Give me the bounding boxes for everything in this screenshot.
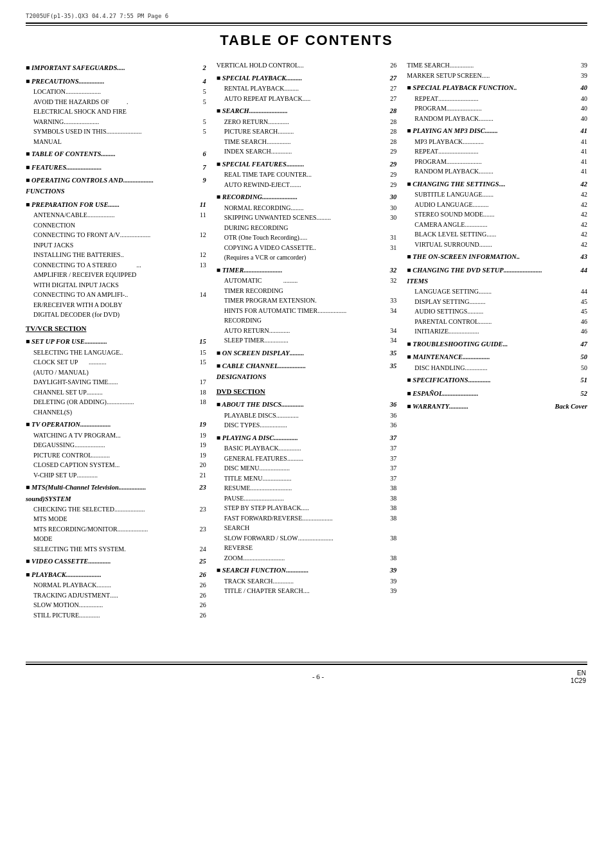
subsection-header: TV/VCR SECTION	[26, 323, 206, 335]
footer-lang: EN	[577, 669, 586, 677]
toc-subentry: TRACK SEARCH.............39	[217, 576, 397, 587]
section-header: ■ RECORDING......................30	[217, 191, 397, 203]
section-header: ■ ABOUT THE DISCS..............36	[217, 399, 397, 411]
toc-subentry: REPEAT.........................41	[407, 146, 587, 157]
section-header: ■ SEARCH........................28	[217, 105, 397, 117]
toc-subentry: CAMERA ANGLE..............42	[407, 220, 587, 230]
toc-subentry: DISPLAY SETTING..........45	[407, 297, 587, 307]
toc-subentry: WATCHING A TV PROGRAM...19	[26, 430, 206, 441]
section-header: ■ TROUBLESHOOTING GUIDE...47	[407, 339, 587, 350]
bottom-rule-thick	[26, 664, 587, 665]
toc-subentry: COPYING A VIDEO CASSETTE(Requires a VCR …	[217, 243, 397, 263]
toc-subentry: VIRTUAL SURROUND........42	[407, 240, 587, 250]
top-rule-thin	[26, 25, 587, 26]
toc-subentry: AUTO REPEAT PLAYBACK.....27	[217, 94, 397, 104]
section-header: ■ VIDEO CASSETTE..............25	[26, 556, 206, 567]
toc-subentry: CHANNEL SET UP..........18	[26, 387, 206, 398]
toc-subentry: CLOSED CAPTION SYSTEM...20	[26, 460, 206, 470]
toc-subentry: FAST FORWARD/REVERSESEARCH..............…	[217, 513, 397, 533]
toc-subentry: SYMBOLS USED IN THISMANUAL..............…	[26, 127, 206, 146]
toc-container: ■ IMPORTANT SAFEGUARDS.....2■ PRECAUTION…	[26, 60, 587, 620]
toc-subentry: PARENTAL CONTROL........46	[407, 317, 587, 327]
toc-subentry: PICTURE SEARCH..........28	[217, 127, 397, 137]
toc-subentry: DEGAUSSING...................19	[26, 440, 206, 450]
section-header: ■ SEARCH FUNCTION..............39	[217, 565, 397, 576]
toc-subentry: TITLE MENU..................37	[217, 474, 397, 484]
toc-subentry: DISC TYPES.................36	[217, 420, 397, 430]
section-header: ■ CABLE CHANNELDESIGNATIONS.............…	[217, 360, 397, 383]
toc-entry: TIME SEARCH...............39	[407, 60, 587, 71]
section-header: ■ FEATURES......................7	[26, 162, 206, 173]
section-header: ■ ESPAÑOL......................52	[407, 388, 587, 400]
toc-subentry: PLAYABLE DISCS..............36	[217, 411, 397, 421]
toc-subentry: TIME SEARCH...............28	[217, 137, 397, 147]
toc-subentry: PAUSE.........................38	[217, 493, 397, 504]
section-header: ■ MTS(Multi-Channel Televisionsound)SYST…	[26, 482, 206, 504]
toc-subentry: RESUME..........................38	[217, 483, 397, 493]
toc-subentry: ZOOM..........................38	[217, 553, 397, 563]
toc-subentry: AVOID THE HAZARDS OFELECTRICAL SHOCK AND…	[26, 97, 206, 117]
toc-subentry: REPEAT.........................40	[407, 94, 587, 104]
toc-subentry: STEP BY STEP PLAYBACK.....38	[217, 503, 397, 513]
toc-subentry: SLEEP TIMER...............34	[217, 335, 397, 346]
toc-subentry: DISC MENU...................37	[217, 463, 397, 474]
toc-subentry: CONNECTING TO A STEREOAMPLIFIER / RECEIV…	[26, 260, 206, 290]
toc-subentry: MP3 PLAYBACK.............41	[407, 137, 587, 147]
toc-subentry: STILL PICTURE.............26	[26, 610, 206, 621]
section-header: ■ IMPORTANT SAFEGUARDS.....2	[26, 62, 206, 74]
section-header: ■ PLAYBACK......................26	[26, 569, 206, 581]
toc-subentry: PROGRAM......................41	[407, 157, 587, 167]
section-header: ■ PLAYING A DISC...............37	[217, 432, 397, 444]
section-header: ■ TABLE OF CONTENTS.........6	[26, 148, 206, 160]
toc-subentry: SLOW FORWARD / SLOWREVERSE..............…	[217, 533, 397, 553]
toc-subentry: SKIPPING UNWANTED SCENESDURING RECORDING…	[217, 213, 397, 233]
toc-subentry: DISC HANDLING..............50	[407, 363, 587, 373]
toc-subentry: SLOW MOTION...............26	[26, 600, 206, 610]
toc-subentry: LANGUAGE SETTING........44	[407, 287, 587, 297]
toc-subentry: INITIARIZE...................46	[407, 326, 587, 337]
section-header: ■ SPECIFICATIONS..............51	[407, 375, 587, 386]
section-header: ■ ON SCREEN DISPLAY.........35	[217, 348, 397, 359]
toc-subentry: AUDIO SETTINGS..........45	[407, 306, 587, 317]
section-header: ■ SPECIAL FEATURES...........29	[217, 159, 397, 170]
toc-subentry: DAYLIGHT-SAVING TIME......17	[26, 377, 206, 387]
toc-subentry: WARNING......................5	[26, 117, 206, 127]
toc-subentry: ZERO RETURN.............28	[217, 117, 397, 127]
toc-column-col2: VERTICAL HOLD CONTROL...26■ SPECIAL PLAY…	[211, 60, 402, 620]
toc-subentry: AUTO REWIND-EJECT.......29	[217, 180, 397, 190]
toc-subentry: OTR (One Touch Recording).....31	[217, 233, 397, 243]
toc-subentry: SUBTITLE LANGUAGE.......42	[407, 190, 587, 200]
toc-subentry: NORMAL RECORDING........30	[217, 203, 397, 213]
toc-subentry: V-CHIP SET UP.............21	[26, 470, 206, 481]
toc-subentry: TIMER PROGRAM EXTENSION.33	[217, 296, 397, 306]
section-header: ■ MAINTENANCE.................50	[407, 351, 587, 363]
toc-column-col3: TIME SEARCH...............39MARKER SETUP…	[402, 60, 587, 620]
toc-entry: MARKER SETUP SCREEN.....39	[407, 71, 587, 81]
toc-subentry: RANDOM PLAYBACK.........40	[407, 114, 587, 124]
page-header: T2005UF(p1-35).QX3 04.4.27 7:55 PM Page …	[26, 13, 587, 19]
toc-column-col1: ■ IMPORTANT SAFEGUARDS.....2■ PRECAUTION…	[26, 60, 211, 620]
subsection-header: DVD SECTION	[217, 386, 397, 398]
section-header: ■ WARRANTY............Back Cover	[407, 401, 587, 412]
toc-subentry: INSTALLING THE BATTERIES..12	[26, 250, 206, 260]
toc-subentry: PROGRAM......................40	[407, 103, 587, 114]
section-header: ■ PLAYING AN MP3 DISC........41	[407, 125, 587, 137]
toc-subentry: LOCATION......................5	[26, 87, 206, 97]
toc-subentry: RENTAL PLAYBACK.........27	[217, 84, 397, 94]
section-header: ■ THE ON-SCREEN INFORMATION..43	[407, 251, 587, 263]
toc-subentry: AUDIO LANGUAGE..........42	[407, 200, 587, 210]
toc-subentry: MTS RECORDING/MONITORMODE...............…	[26, 524, 206, 544]
section-header: ■ CHANGING THE DVD SETUPITEMS...........…	[407, 265, 587, 287]
file-info: T2005UF(p1-35).QX3 04.4.27 7:55 PM Page …	[26, 13, 168, 19]
section-header: ■ PRECAUTIONS................4	[26, 76, 206, 87]
toc-subentry: TITLE / CHAPTER SEARCH....39	[217, 586, 397, 596]
toc-subentry: CONNECTING TO AN AMPLIFI-ER/RECEIVER WIT…	[26, 290, 206, 320]
toc-subentry: AUTOMATICTIMER RECORDING.........32	[217, 276, 397, 296]
section-header: ■ TV OPERATION...................19	[26, 419, 206, 430]
section-header: ■ TIMER........................32	[217, 265, 397, 276]
toc-subentry: PICTURE CONTROL...........19	[26, 450, 206, 461]
section-header: ■ OPERATING CONTROLS ANDFUNCTIONS.......…	[26, 175, 206, 197]
page-number: - 6 -	[312, 673, 324, 680]
toc-subentry: RANDOM PLAYBACK.........41	[407, 166, 587, 177]
toc-subentry: STEREO SOUND MODE.......42	[407, 209, 587, 220]
